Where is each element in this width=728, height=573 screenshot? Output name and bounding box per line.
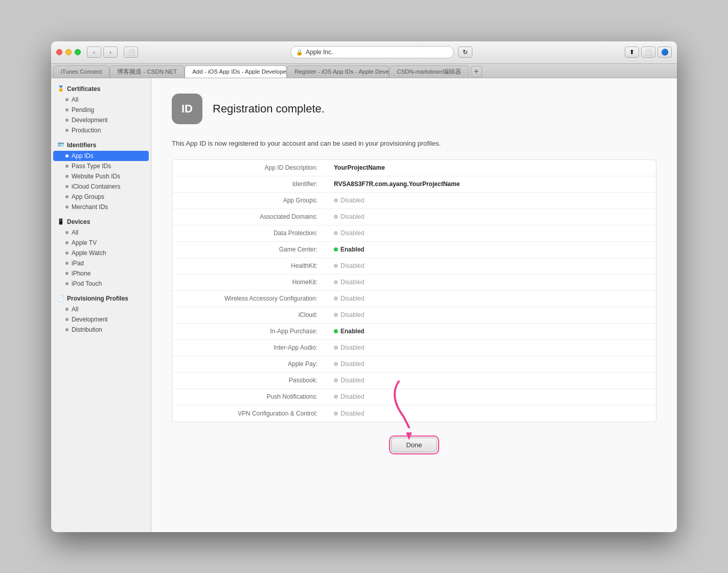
info-row-icloud: iCloud: Disabled — [172, 307, 656, 324]
title-bar: ‹ › ⬜ 🔒 Apple Inc. ↻ ⬆ ⬜ 🔵 — [51, 41, 677, 64]
sidebar-item-all-profiles[interactable]: All — [51, 304, 151, 314]
status-dot-apple-pay — [334, 362, 338, 366]
sidebar-item-icloud-containers[interactable]: iCloud Containers — [51, 181, 151, 192]
dot-icon — [65, 195, 69, 198]
sidebar-item-apple-tv[interactable]: Apple TV — [51, 238, 151, 248]
fullscreen-button[interactable] — [75, 49, 81, 55]
tab-itunes[interactable]: iTunes Connect — [53, 65, 109, 78]
info-row-apple-pay: Apple Pay: Disabled — [172, 356, 656, 373]
info-row-healthkit: HealthKit: Disabled — [172, 258, 656, 274]
tab-overview-button[interactable]: ⬜ — [124, 47, 138, 58]
value-healthkit: Disabled — [326, 259, 373, 273]
label-game-center: Game Center: — [172, 242, 326, 257]
minimize-button[interactable] — [65, 49, 72, 55]
sidebar-item-development-certs[interactable]: Development — [51, 115, 151, 125]
status-dot-associated-domains — [334, 215, 338, 219]
new-tab-button[interactable]: ⬜ — [641, 47, 655, 58]
label-passbook: Passbook: — [172, 373, 326, 387]
certificates-label: Certificates — [67, 85, 100, 93]
info-row-inter-app-audio: Inter-App Audio: Disabled — [172, 340, 656, 356]
address-bar-wrap: 🔒 Apple Inc. ↻ — [142, 46, 621, 58]
sidebar-item-all-devices[interactable]: All — [51, 227, 151, 238]
sidebar-section-identifiers: 🪪 Identifiers — [51, 140, 151, 151]
label-homekit: HomeKit: — [172, 275, 326, 289]
value-homekit: Disabled — [326, 275, 373, 289]
dot-icon — [65, 129, 69, 132]
sidebar-item-app-groups[interactable]: App Groups — [51, 192, 151, 202]
back-button[interactable]: ‹ — [87, 47, 101, 58]
sidebar-item-pending[interactable]: Pending — [51, 105, 151, 115]
reload-button[interactable]: ↻ — [458, 47, 472, 58]
sidebar-item-merchant-ids[interactable]: Merchant IDs — [51, 202, 151, 212]
sidebar-item-dev-profiles[interactable]: Development — [51, 314, 151, 325]
status-dot-data-protection — [334, 231, 338, 235]
sidebar-item-dist-profiles[interactable]: Distribution — [51, 325, 151, 335]
dot-icon — [65, 154, 69, 157]
dot-icon — [65, 318, 69, 321]
value-app-groups: Disabled — [326, 193, 373, 208]
status-dot-homekit — [334, 280, 338, 284]
info-row-in-app-purchase: In-App Purchase: Enabled — [172, 324, 656, 340]
devices-icon: 📱 — [57, 218, 64, 225]
registration-title: Registration complete. — [213, 102, 325, 116]
registration-header: ID Registration complete. — [172, 94, 656, 124]
sidebar-item-all-certs[interactable]: All — [51, 95, 151, 105]
tab-csdn-md[interactable]: CSDN-markdown编辑器 — [389, 65, 468, 78]
dot-icon — [65, 328, 69, 331]
sidebar: 🏅 Certificates All Pending Development P… — [51, 78, 151, 532]
done-button[interactable]: Done — [391, 438, 437, 452]
label-inter-app-audio: Inter-App Audio: — [172, 340, 326, 355]
nav-buttons: ‹ › — [87, 47, 118, 58]
tab-register-ios[interactable]: Register - iOS App IDs - Apple Developer — [287, 65, 389, 78]
title-bar-actions: ⬆ ⬜ 🔵 — [625, 47, 672, 58]
sidebar-item-app-ids[interactable]: App IDs — [53, 151, 149, 161]
value-apple-pay: Disabled — [326, 357, 373, 371]
value-associated-domains: Disabled — [326, 210, 373, 224]
sidebar-item-ipod-touch[interactable]: iPod Touch — [51, 279, 151, 289]
label-push-notifications: Push Notifications: — [172, 389, 326, 404]
sidebar-item-ipad[interactable]: iPad — [51, 258, 151, 268]
mac-window: ‹ › ⬜ 🔒 Apple Inc. ↻ ⬆ ⬜ 🔵 iTunes Connec… — [51, 41, 677, 532]
close-button[interactable] — [56, 49, 62, 55]
info-row-passbook: Passbook: Disabled — [172, 373, 656, 389]
label-in-app-purchase: In-App Purchase: — [172, 324, 326, 338]
sidebar-item-iphone[interactable]: iPhone — [51, 268, 151, 279]
sidebar-item-production-certs[interactable]: Production — [51, 125, 151, 135]
info-row-game-center: Game Center: Enabled — [172, 242, 656, 258]
share-button[interactable]: ⬆ — [625, 47, 639, 58]
status-dot-healthkit — [334, 264, 338, 268]
info-card: App ID Description: YourProjectName Iden… — [172, 159, 656, 422]
traffic-lights — [56, 49, 81, 55]
done-area: Done — [172, 438, 656, 452]
sidebar-item-website-push-ids[interactable]: Website Push IDs — [51, 171, 151, 181]
value-in-app-purchase: Enabled — [326, 324, 373, 338]
status-dot-wireless-accessory — [334, 296, 338, 301]
label-healthkit: HealthKit: — [172, 259, 326, 273]
info-row-homekit: HomeKit: Disabled — [172, 274, 656, 291]
registration-description: This App ID is now registered to your ac… — [172, 140, 656, 147]
label-vpn-config: VPN Configuration & Control: — [172, 406, 326, 421]
forward-button[interactable]: › — [103, 47, 118, 58]
value-data-protection: Disabled — [326, 226, 373, 240]
sidebar-section-provisioning: 📄 Provisioning Profiles — [51, 293, 151, 304]
sidebar-item-apple-watch[interactable]: Apple Watch — [51, 248, 151, 258]
info-row-push-notifications: Push Notifications: Disabled — [172, 389, 656, 405]
tab-csdn[interactable]: 博客频道 - CSDN.NET — [109, 65, 185, 78]
label-app-groups: App Groups: — [172, 193, 326, 208]
value-icloud: Disabled — [326, 308, 373, 322]
address-bar[interactable]: 🔒 Apple Inc. — [290, 46, 454, 58]
reading-list-button[interactable]: 🔵 — [657, 47, 672, 58]
new-tab-add-button[interactable]: + — [471, 66, 482, 77]
value-wireless-accessory: Disabled — [326, 291, 373, 306]
dot-icon — [65, 185, 69, 188]
dot-icon — [65, 231, 69, 234]
dot-icon — [65, 272, 69, 275]
info-row-associated-domains: Associated Domains: Disabled — [172, 209, 656, 225]
label-app-id-desc: App ID Description: — [172, 161, 326, 175]
dot-icon — [65, 175, 69, 178]
main-panel: ID Registration complete. This App ID is… — [151, 78, 677, 532]
info-row-wireless-accessory: Wireless Accessory Configuration: Disabl… — [172, 291, 656, 307]
sidebar-item-pass-type-ids[interactable]: Pass Type IDs — [51, 161, 151, 171]
status-dot-app-groups — [334, 198, 338, 202]
tab-add-ios[interactable]: Add - iOS App IDs - Apple Developer — [185, 65, 287, 78]
